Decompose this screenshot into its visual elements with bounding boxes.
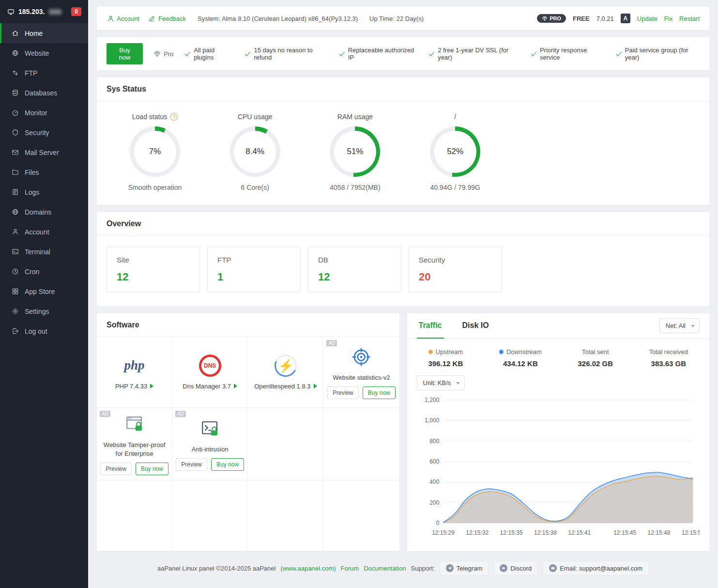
sys-status-card: Sys Status Load status? 7% Smooth operat… <box>97 77 709 205</box>
sidebar-item-app-store[interactable]: App Store <box>0 281 88 301</box>
discord-button[interactable]: Discord <box>493 561 538 575</box>
overview-db-box[interactable]: DB12 <box>308 247 401 293</box>
check-icon <box>244 50 251 58</box>
ram-usage-gauge: RAM usage 51% 4058 / 7952(MB) <box>316 113 394 191</box>
sidebar-item-cron[interactable]: Cron <box>0 262 88 281</box>
sidebar-item-logs[interactable]: Logs <box>0 182 88 202</box>
overview-value: 12 <box>117 271 190 283</box>
preview-button[interactable]: Preview <box>176 458 207 471</box>
sidebar-item-mail-server[interactable]: Mail Server <box>0 142 88 162</box>
svg-text:400: 400 <box>429 479 439 485</box>
play-icon[interactable] <box>150 384 153 388</box>
logout-icon <box>11 327 19 335</box>
sidebar-item-settings[interactable]: Settings <box>0 301 88 321</box>
svg-text:800: 800 <box>429 438 439 445</box>
svg-text:1,000: 1,000 <box>425 417 440 424</box>
preview-button[interactable]: Preview <box>100 463 132 475</box>
site-link[interactable]: (www.aapanel.com) <box>280 565 336 572</box>
restart-link[interactable]: Restart <box>679 15 700 22</box>
anti-intrusion-icon <box>200 417 220 440</box>
software-item-tamper-proof[interactable]: AD Website Tamper-proof for Enterprise P… <box>97 408 172 480</box>
buy-now-button[interactable]: Buy now <box>211 458 244 471</box>
gauge-ring: 8.4% <box>230 126 280 177</box>
gauge-value: 51% <box>347 147 363 156</box>
fix-link[interactable]: Fix <box>664 15 672 22</box>
gear-icon <box>11 308 19 315</box>
tab-traffic[interactable]: Traffic <box>417 313 444 339</box>
sidebar-item-files[interactable]: Files <box>0 162 88 182</box>
downstream-value: 434.12 KB <box>499 359 542 368</box>
statistics-target-icon <box>351 345 371 369</box>
sidebar-item-label: App Store <box>25 288 55 295</box>
support-label: Support: <box>411 565 435 572</box>
language-icon[interactable]: A <box>621 14 630 23</box>
disk-usage-gauge: / 52% 40.94G / 79.99G <box>416 113 494 191</box>
buy-now-button[interactable]: Buy now <box>363 387 396 399</box>
chevron-down-icon <box>691 325 695 327</box>
tab-disk-io[interactable]: Disk IO <box>460 313 491 339</box>
overview-label: DB <box>318 256 391 264</box>
telegram-icon <box>446 564 454 572</box>
promo-feature: 15 days no reason to refund <box>244 46 327 61</box>
gauge-ring: 52% <box>430 126 480 177</box>
gauge-ring: 7% <box>130 126 180 177</box>
sidebar-item-account[interactable]: Account <box>0 222 88 242</box>
software-empty-cell <box>248 480 323 551</box>
preview-button[interactable]: Preview <box>327 387 359 399</box>
server-monitor-icon <box>7 8 15 15</box>
sidebar-item-monitor[interactable]: Monitor <box>0 103 88 123</box>
software-item-anti-intrusion[interactable]: AD Anti-intrusion Preview Buy now <box>172 408 248 480</box>
sidebar-item-databases[interactable]: Databases <box>0 83 88 103</box>
telegram-button[interactable]: Telegram <box>440 561 489 575</box>
server-identity[interactable]: 185.203. 0 <box>0 0 88 23</box>
clock-icon <box>11 268 19 276</box>
software-item-dns-manager[interactable]: DNS Dns Manager 3.7 <box>172 337 248 408</box>
unit-select[interactable]: Unit: KB/s <box>417 375 465 390</box>
gauge-label: CPU usage <box>238 113 273 121</box>
forum-link[interactable]: Forum <box>341 565 359 572</box>
software-grid: php PHP 7.4.33 DNS Dns Manager 3.7 ⚡ Ope… <box>97 337 399 551</box>
software-item-php[interactable]: php PHP 7.4.33 <box>97 337 172 408</box>
svg-text:1,200: 1,200 <box>425 397 440 403</box>
message-count-badge[interactable]: 0 <box>71 7 81 16</box>
buy-now-button[interactable]: Buy now <box>136 463 168 475</box>
overview-security-box[interactable]: Security20 <box>409 247 502 293</box>
overview-row: Site12 FTP1 DB12 Security20 <box>97 236 709 306</box>
play-icon[interactable] <box>234 384 237 388</box>
software-name: Openlitespeed 1.8.3 <box>254 382 310 391</box>
sidebar-item-home[interactable]: Home <box>0 23 88 43</box>
overview-value: 20 <box>419 271 492 283</box>
update-link[interactable]: Update <box>637 15 657 22</box>
sidebar-item-label: Log out <box>25 327 47 335</box>
upstream-value: 396.12 KB <box>428 359 463 368</box>
pro-badge[interactable]: PRO <box>537 14 566 23</box>
svg-text:0: 0 <box>436 520 439 526</box>
sidebar-item-log-out[interactable]: Log out <box>0 321 88 341</box>
sidebar-item-security[interactable]: Security <box>0 123 88 142</box>
pro-label: Pro <box>153 50 173 58</box>
sidebar-item-domains[interactable]: Domains <box>0 202 88 222</box>
play-icon[interactable] <box>314 384 317 388</box>
sidebar-item-ftp[interactable]: FTP <box>0 63 88 83</box>
sidebar-item-website[interactable]: Website <box>0 43 88 63</box>
feedback-link[interactable]: Feedback <box>148 15 186 22</box>
sidebar-item-terminal[interactable]: Terminal <box>0 242 88 262</box>
total-received-value: 383.63 GB <box>649 359 688 368</box>
help-icon[interactable]: ? <box>170 113 178 121</box>
overview-ftp-box[interactable]: FTP1 <box>207 247 301 293</box>
overview-site-box[interactable]: Site12 <box>107 247 200 293</box>
software-name: PHP 7.4.33 <box>115 382 147 391</box>
legend-upstream: Upstream 396.12 KB <box>428 348 463 368</box>
gauge-label: Load status <box>132 113 167 121</box>
email-button[interactable]: Email: support@aapanel.com <box>543 561 649 575</box>
software-item-openlitespeed[interactable]: ⚡ Openlitespeed 1.8.3 <box>248 337 323 408</box>
account-link[interactable]: Account <box>107 15 139 22</box>
documentation-link[interactable]: Documentation <box>364 565 406 572</box>
net-select[interactable]: Net: All <box>659 318 700 333</box>
software-item-website-statistics[interactable]: AD Website statistics-v2 Preview Buy now <box>323 337 399 408</box>
overview-value: 1 <box>217 271 290 283</box>
buy-now-button[interactable]: Buy now <box>107 43 143 64</box>
terminal-icon <box>11 248 19 256</box>
overview-label: FTP <box>217 256 290 264</box>
traffic-legend: Upstream 396.12 KB Downstream 434.12 KB … <box>417 346 700 368</box>
